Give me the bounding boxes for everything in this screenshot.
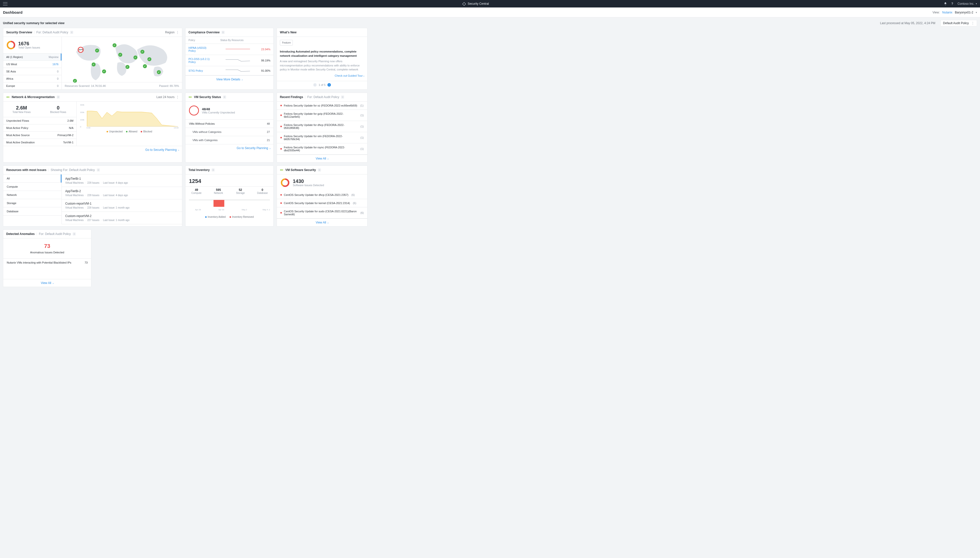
info-icon[interactable]: i bbox=[223, 95, 226, 98]
map-pin[interactable] bbox=[147, 57, 151, 61]
last-processed-timestamp: Last processed at May 05, 2022, 4:24 PM bbox=[877, 20, 938, 26]
kebab-icon: ⋮ bbox=[971, 21, 974, 25]
compliance-view-more[interactable]: View More Details› bbox=[186, 75, 273, 83]
category-tab[interactable]: Database bbox=[3, 207, 61, 215]
app-title: Security Central bbox=[7, 2, 944, 5]
bell-icon[interactable] bbox=[944, 2, 947, 5]
info-icon[interactable]: i bbox=[222, 31, 225, 34]
resource-item[interactable]: Custom-reportVM-2Virtual Machines·227 Is… bbox=[62, 212, 182, 224]
svg-text:18:00: 18:00 bbox=[174, 127, 179, 128]
info-icon[interactable]: i bbox=[318, 169, 321, 171]
col-policy: Policy bbox=[186, 37, 217, 44]
resources-passed: Passed: 89.78% bbox=[159, 84, 179, 87]
total-new-flows-value: 2.6M bbox=[3, 105, 40, 111]
view-all-link[interactable]: View All› bbox=[277, 218, 367, 226]
resource-item[interactable]: AppTierBi-1Virtual Machines·228 Issues·L… bbox=[62, 174, 182, 187]
info-icon[interactable]: i bbox=[70, 31, 73, 34]
guided-tour-link[interactable]: Check out Guided Tour › bbox=[280, 74, 364, 78]
info-icon[interactable]: i bbox=[73, 233, 76, 235]
app-name: Security Central bbox=[468, 2, 489, 5]
view-all-link[interactable]: View All› bbox=[3, 279, 91, 287]
map-pin[interactable] bbox=[143, 64, 147, 68]
card-title: Recent Findings bbox=[280, 95, 303, 99]
help-icon[interactable]: ? bbox=[950, 2, 954, 5]
svg-text:200k: 200k bbox=[80, 111, 85, 113]
tenant-name: Contoso Inc. bbox=[958, 2, 974, 5]
svg-text:100k: 100k bbox=[80, 119, 85, 121]
policy-link[interactable]: HIPAA (v5010) Policy bbox=[189, 46, 206, 52]
finding-row[interactable]: Fedora Security Update for dhcp (FEDORA-… bbox=[277, 121, 367, 132]
hamburger-menu-icon[interactable] bbox=[3, 2, 7, 6]
map-pin[interactable] bbox=[95, 49, 99, 53]
network-stat-row: Most Active DestinationTorVM-1 bbox=[3, 139, 76, 146]
inventory-col: 49Compute bbox=[186, 187, 207, 196]
category-tab[interactable]: All bbox=[3, 174, 61, 183]
region-row-all[interactable]: All (1 Region) Mapview bbox=[3, 53, 61, 61]
map-pin[interactable] bbox=[92, 62, 95, 66]
map-pin[interactable] bbox=[102, 69, 106, 74]
finding-row[interactable]: Fedora Security Update for xz (FEDORA-20… bbox=[277, 102, 367, 110]
svg-rect-14 bbox=[190, 97, 191, 98]
region-dropdown[interactable]: Region ⋮ bbox=[165, 31, 179, 34]
region-row[interactable]: Africa0 bbox=[3, 75, 61, 82]
world-map[interactable]: 1676 bbox=[64, 39, 180, 82]
chevron-down-icon: ▾ bbox=[976, 2, 977, 5]
region-row[interactable]: US West1676 bbox=[3, 61, 61, 68]
map-pin[interactable] bbox=[113, 43, 117, 47]
map-pin[interactable] bbox=[133, 56, 137, 59]
pager-prev-button[interactable]: ‹ bbox=[313, 83, 317, 87]
svg-text:Apr 30: Apr 30 bbox=[219, 208, 224, 211]
info-icon[interactable]: i bbox=[341, 95, 344, 98]
tenant-dropdown[interactable]: Contoso Inc. ▾ bbox=[958, 2, 977, 5]
card-title: VM Security Status bbox=[194, 95, 221, 99]
info-icon[interactable]: i bbox=[97, 169, 100, 171]
time-range-dropdown[interactable]: Last 24 hours ⋮ bbox=[156, 95, 179, 99]
svg-text:May 4: May 4 bbox=[262, 208, 268, 211]
inventory-col: 52Storage bbox=[230, 187, 252, 196]
view-secondary[interactable]: Baryonyx01-2 bbox=[955, 11, 973, 14]
region-row[interactable]: SE Asia0 bbox=[3, 68, 61, 75]
pager-next-button[interactable]: › bbox=[327, 83, 331, 87]
chevron-right-icon: › bbox=[53, 282, 54, 285]
policy-select[interactable]: Default Audit Policy ⋮ bbox=[941, 20, 977, 26]
summary-label: Unified security summary for selected vi… bbox=[3, 21, 64, 25]
severity-dot-icon bbox=[280, 137, 282, 138]
compliance-row[interactable]: STIG Policy 91.00% bbox=[186, 66, 273, 75]
software-issues-value: 1430 bbox=[293, 179, 324, 184]
pager-label: 1 of 5 bbox=[319, 84, 326, 86]
software-finding-row[interactable]: CentOS Security Update for dhcp (CESA-20… bbox=[277, 191, 367, 199]
category-tab[interactable]: Network bbox=[3, 191, 61, 199]
finding-row[interactable]: Fedora Security Update for vim (FEDORA-2… bbox=[277, 132, 367, 143]
resource-item[interactable]: AppTierBi-2Virtual Machines·228 Issues·L… bbox=[62, 187, 182, 199]
col-status: Status By Resources bbox=[217, 37, 258, 44]
info-icon[interactable]: i bbox=[212, 169, 215, 171]
policy-link[interactable]: PCI-DSS (v3.2.1) Policy bbox=[189, 57, 210, 64]
security-planning-link[interactable]: Go to Security Planning› bbox=[186, 144, 273, 152]
category-tab[interactable]: Compute bbox=[3, 183, 61, 191]
finding-row[interactable]: Fedora Security Update for gzip (FEDORA-… bbox=[277, 110, 367, 121]
card-whats-new: What's New Feature Introducing Automated… bbox=[276, 28, 367, 90]
compliance-row[interactable]: PCI-DSS (v3.2.1) Policy 99.19% bbox=[186, 55, 273, 66]
vm-unprotected-ratio: 48/48 bbox=[202, 107, 235, 111]
anomaly-row[interactable]: Nutanix VMs interacting with Potential B… bbox=[3, 258, 91, 267]
chevron-right-icon: › bbox=[270, 147, 270, 150]
svg-rect-23 bbox=[280, 169, 281, 171]
vm-security-row: VMs without Categories27 bbox=[186, 128, 273, 136]
region-row[interactable]: Europe0 bbox=[3, 82, 61, 89]
map-pin[interactable] bbox=[157, 70, 161, 74]
info-icon[interactable]: i bbox=[57, 95, 60, 98]
map-pin[interactable] bbox=[140, 50, 145, 54]
security-planning-link[interactable]: Go to Security Planning› bbox=[3, 146, 182, 154]
view-primary-link[interactable]: Nutanix bbox=[942, 11, 952, 14]
policy-link[interactable]: STIG Policy bbox=[189, 69, 203, 72]
map-pin[interactable] bbox=[125, 65, 130, 69]
resource-item[interactable]: Custom-reportVM-1Virtual Machines·228 Is… bbox=[62, 199, 182, 212]
feature-badge: Feature bbox=[280, 40, 293, 46]
software-finding-row[interactable]: CentOS Security Update for kernel (CESA-… bbox=[277, 199, 367, 207]
compliance-row[interactable]: HIPAA (v5010) Policy 23.94% bbox=[186, 44, 273, 55]
view-all-link[interactable]: View All› bbox=[277, 154, 367, 162]
software-finding-row[interactable]: CentOS Security Update for sudo (CESA-20… bbox=[277, 207, 367, 218]
finding-row[interactable]: Fedora Security Update for rsync (FEDORA… bbox=[277, 143, 367, 154]
category-tab[interactable]: Storage bbox=[3, 199, 61, 207]
map-pin-open-issues[interactable]: 1676 bbox=[78, 47, 84, 53]
